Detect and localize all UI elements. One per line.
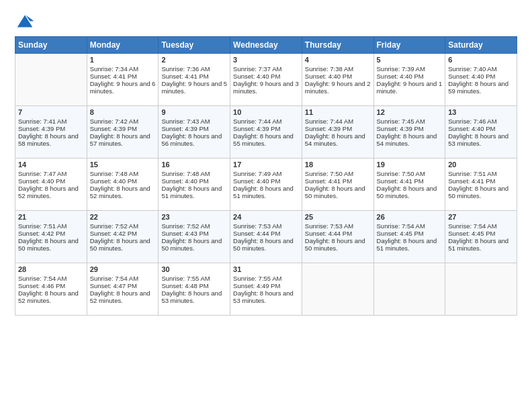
day-number: 4 — [305, 56, 371, 64]
header-row: SundayMondayTuesdayWednesdayThursdayFrid… — [15, 37, 517, 54]
day-number: 27 — [448, 213, 514, 221]
day-info: Sunset: 4:39 PM — [377, 125, 443, 132]
day-number: 30 — [161, 265, 227, 273]
calendar-cell: 8Sunrise: 7:42 AMSunset: 4:39 PMDaylight… — [87, 106, 159, 158]
day-number: 20 — [448, 161, 514, 169]
calendar-cell — [302, 263, 373, 316]
day-info: Sunset: 4:39 PM — [90, 125, 156, 132]
calendar-cell — [15, 54, 87, 106]
day-number: 7 — [18, 108, 84, 116]
day-number: 26 — [377, 213, 443, 221]
day-info: Daylight: 8 hours and 59 minutes. — [448, 80, 514, 95]
day-info: Sunset: 4:40 PM — [161, 177, 227, 185]
day-info: Sunset: 4:40 PM — [233, 177, 299, 185]
day-number: 31 — [233, 265, 299, 273]
calendar-cell: 16Sunrise: 7:48 AMSunset: 4:40 PMDayligh… — [159, 158, 230, 211]
day-info: Sunset: 4:41 PM — [448, 177, 514, 185]
day-info: Daylight: 9 hours and 6 minutes. — [90, 80, 156, 95]
day-number: 13 — [448, 108, 514, 116]
day-info: Sunrise: 7:52 AM — [90, 222, 156, 230]
day-info: Daylight: 8 hours and 50 minutes. — [161, 237, 227, 252]
day-info: Sunset: 4:45 PM — [448, 230, 514, 237]
day-info: Daylight: 8 hours and 51 minutes. — [233, 185, 299, 199]
calendar-cell: 26Sunrise: 7:54 AMSunset: 4:45 PMDayligh… — [373, 211, 445, 263]
day-info: Sunrise: 7:51 AM — [448, 170, 514, 177]
day-info: Daylight: 9 hours and 2 minutes. — [305, 80, 371, 95]
day-info: Sunrise: 7:50 AM — [305, 170, 371, 177]
day-info: Daylight: 8 hours and 58 minutes. — [18, 132, 84, 147]
day-number: 21 — [18, 213, 84, 221]
day-number: 12 — [377, 108, 443, 116]
day-info: Sunrise: 7:45 AM — [377, 118, 443, 125]
day-number: 2 — [161, 56, 227, 64]
calendar-cell: 28Sunrise: 7:54 AMSunset: 4:46 PMDayligh… — [15, 263, 87, 316]
calendar-cell: 23Sunrise: 7:52 AMSunset: 4:43 PMDayligh… — [159, 211, 230, 263]
calendar-cell: 5Sunrise: 7:39 AMSunset: 4:40 PMDaylight… — [373, 54, 445, 106]
day-info: Daylight: 8 hours and 53 minutes. — [233, 289, 299, 304]
day-info: Daylight: 8 hours and 52 minutes. — [90, 289, 156, 304]
day-info: Daylight: 8 hours and 50 minutes. — [305, 185, 371, 199]
day-info: Sunrise: 7:46 AM — [448, 118, 514, 125]
day-info: Sunset: 4:41 PM — [305, 177, 371, 185]
day-info: Sunrise: 7:43 AM — [161, 118, 227, 125]
calendar-cell: 17Sunrise: 7:49 AMSunset: 4:40 PMDayligh… — [230, 158, 302, 211]
day-info: Sunrise: 7:51 AM — [18, 222, 84, 230]
day-info: Daylight: 9 hours and 3 minutes. — [233, 80, 299, 95]
calendar-cell: 9Sunrise: 7:43 AMSunset: 4:39 PMDaylight… — [159, 106, 230, 158]
day-number: 18 — [305, 161, 371, 169]
day-info: Sunrise: 7:36 AM — [161, 65, 227, 73]
calendar-week-4: 28Sunrise: 7:54 AMSunset: 4:46 PMDayligh… — [15, 263, 517, 316]
day-number: 9 — [161, 108, 227, 116]
day-info: Daylight: 8 hours and 55 minutes. — [233, 132, 299, 147]
logo — [15, 12, 38, 32]
calendar-cell: 29Sunrise: 7:54 AMSunset: 4:47 PMDayligh… — [87, 263, 159, 316]
calendar-cell: 11Sunrise: 7:44 AMSunset: 4:39 PMDayligh… — [302, 106, 373, 158]
day-info: Sunset: 4:46 PM — [18, 282, 84, 289]
day-info: Sunset: 4:40 PM — [448, 73, 514, 80]
day-info: Daylight: 8 hours and 53 minutes. — [448, 132, 514, 147]
header-day-sunday: Sunday — [15, 37, 87, 54]
calendar-week-2: 14Sunrise: 7:47 AMSunset: 4:40 PMDayligh… — [15, 158, 517, 211]
calendar-cell: 3Sunrise: 7:37 AMSunset: 4:40 PMDaylight… — [230, 54, 302, 106]
day-number: 6 — [448, 56, 514, 64]
day-info: Sunrise: 7:38 AM — [305, 65, 371, 73]
day-info: Sunset: 4:44 PM — [233, 230, 299, 237]
day-number: 5 — [377, 56, 443, 64]
day-number: 11 — [305, 108, 371, 116]
day-info: Sunset: 4:42 PM — [18, 230, 84, 237]
calendar-cell: 14Sunrise: 7:47 AMSunset: 4:40 PMDayligh… — [15, 158, 87, 211]
day-info: Daylight: 9 hours and 5 minutes. — [161, 80, 227, 95]
calendar-cell: 12Sunrise: 7:45 AMSunset: 4:39 PMDayligh… — [373, 106, 445, 158]
day-info: Sunrise: 7:50 AM — [377, 170, 443, 177]
calendar-cell: 20Sunrise: 7:51 AMSunset: 4:41 PMDayligh… — [445, 158, 517, 211]
calendar-table: SundayMondayTuesdayWednesdayThursdayFrid… — [15, 36, 517, 316]
day-info: Daylight: 8 hours and 54 minutes. — [377, 132, 443, 147]
day-info: Daylight: 8 hours and 51 minutes. — [377, 237, 443, 252]
day-number: 16 — [161, 161, 227, 169]
day-info: Sunrise: 7:41 AM — [18, 118, 84, 125]
calendar-cell: 10Sunrise: 7:44 AMSunset: 4:39 PMDayligh… — [230, 106, 302, 158]
day-info: Sunset: 4:40 PM — [377, 73, 443, 80]
day-info: Sunrise: 7:44 AM — [233, 118, 299, 125]
day-info: Sunrise: 7:34 AM — [90, 65, 156, 73]
day-number: 3 — [233, 56, 299, 64]
calendar-cell: 7Sunrise: 7:41 AMSunset: 4:39 PMDaylight… — [15, 106, 87, 158]
day-info: Sunset: 4:41 PM — [377, 177, 443, 185]
logo-icon — [15, 12, 35, 32]
day-info: Sunset: 4:40 PM — [305, 73, 371, 80]
day-info: Sunrise: 7:54 AM — [90, 275, 156, 282]
day-info: Sunset: 4:43 PM — [161, 230, 227, 237]
day-info: Sunrise: 7:48 AM — [90, 170, 156, 177]
day-info: Sunrise: 7:55 AM — [161, 275, 227, 282]
header-day-monday: Monday — [87, 37, 159, 54]
day-info: Sunrise: 7:44 AM — [305, 118, 371, 125]
day-number: 19 — [377, 161, 443, 169]
day-number: 28 — [18, 265, 84, 273]
day-info: Sunrise: 7:55 AM — [233, 275, 299, 282]
day-info: Daylight: 8 hours and 50 minutes. — [90, 237, 156, 252]
day-number: 15 — [90, 161, 156, 169]
day-number: 1 — [90, 56, 156, 64]
day-info: Daylight: 8 hours and 52 minutes. — [90, 185, 156, 199]
day-info: Sunrise: 7:54 AM — [18, 275, 84, 282]
calendar-cell: 22Sunrise: 7:52 AMSunset: 4:42 PMDayligh… — [87, 211, 159, 263]
